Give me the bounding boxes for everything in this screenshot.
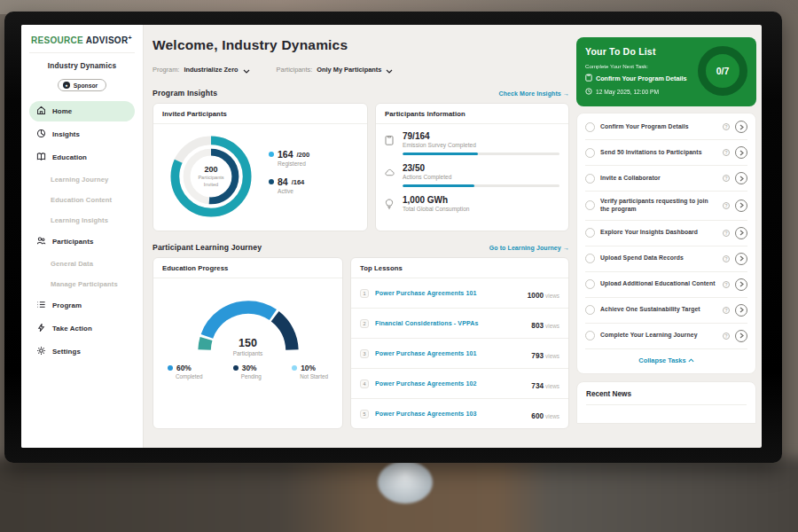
- sidebar-item-label: Insights: [52, 130, 80, 138]
- participants-information-body: 79/164 Emission Survey Completed 23/50 A…: [376, 124, 568, 228]
- education-progress-body: 150 Participants 60% Completed 30%: [153, 278, 342, 390]
- actions-progress-bar: [403, 184, 559, 187]
- lesson-link[interactable]: Power Purchase Agreements 101: [375, 350, 525, 357]
- task-go-button[interactable]: [735, 121, 747, 133]
- stat-consumption: 1,000 GWh Total Global Consumption: [385, 195, 559, 213]
- sidebar-item-general-data[interactable]: General Data: [29, 254, 135, 272]
- sidebar-item-label: Settings: [52, 348, 81, 356]
- task-checkbox[interactable]: [585, 148, 595, 158]
- task-row: Invite a Collaborator ?: [585, 166, 747, 192]
- collapse-tasks-link[interactable]: Collapse Tasks: [585, 349, 747, 372]
- sidebar-item-education-content[interactable]: Education Content: [29, 191, 135, 208]
- task-row: Complete Your Learning Journey ?: [585, 324, 747, 349]
- lesson-row: 4 Power Purchase Agreements 102 734views: [351, 369, 568, 399]
- sidebar-item-take-action[interactable]: Take Action: [29, 318, 135, 339]
- task-go-button[interactable]: [735, 253, 747, 265]
- sidebar-item-label: Home: [52, 107, 72, 115]
- task-row: Send 50 Invitations to Participants ?: [585, 140, 747, 166]
- brand-logo: RESOURCE ADVISOR+: [29, 32, 135, 53]
- section-title: Program Insights: [153, 89, 217, 98]
- recent-news-card: Recent News: [576, 381, 756, 424]
- sidebar-item-home[interactable]: Home: [29, 101, 135, 121]
- lesson-link[interactable]: Power Purchase Agreements 101: [375, 290, 521, 297]
- task-go-button[interactable]: [735, 304, 747, 317]
- legend-registered: 164/200 Registered: [269, 149, 309, 167]
- insights-icon: [36, 129, 46, 140]
- legend-dot: [292, 365, 297, 371]
- task-go-button[interactable]: [735, 227, 747, 239]
- home-icon: [36, 106, 46, 117]
- insights-cards-row: Invited Participants 200 Partic: [153, 103, 569, 231]
- education-legend: 60% Completed 30% Pending 10% Not Starte…: [162, 353, 333, 383]
- invited-donut-chart: 200 Participants Invited: [164, 129, 258, 223]
- lesson-link[interactable]: Power Purchase Agreements 103: [375, 411, 525, 418]
- sidebar-nav: Home Insights Education Learning Journey…: [29, 101, 135, 362]
- program-filter[interactable]: Program: Industrialize Zero: [153, 61, 250, 77]
- legend-dot: [269, 179, 274, 184]
- invited-card-body: 200 Participants Invited 164/200 Registe…: [153, 124, 367, 231]
- task-checkbox[interactable]: [585, 279, 595, 289]
- book-icon: [36, 152, 46, 163]
- info-icon: ?: [723, 307, 730, 314]
- task-row: Upload Spend Data Records ?: [585, 246, 747, 272]
- sidebar-item-learning-insights[interactable]: Learning Insights: [29, 211, 135, 229]
- sidebar-item-label: Education: [52, 153, 87, 161]
- sidebar-item-education[interactable]: Education: [29, 147, 135, 168]
- todo-tasks-card: Confirm Your Program Details ? Send 50 I…: [576, 113, 756, 374]
- emission-progress-bar: [403, 153, 559, 155]
- task-row: Confirm Your Program Details ?: [585, 114, 747, 140]
- legend-pending: 30% Pending: [233, 364, 262, 379]
- check-more-insights-link[interactable]: Check More Insights →: [498, 90, 569, 97]
- go-to-learning-journey-link[interactable]: Go to Learning Journey →: [489, 245, 569, 251]
- sidebar-item-manage-participants[interactable]: Manage Participants: [29, 275, 135, 293]
- sidebar-item-insights[interactable]: Insights: [29, 124, 135, 145]
- lesson-link[interactable]: Power Purchase Agreements 102: [375, 380, 525, 387]
- invited-legend: 164/200 Registered 84/164 Active: [269, 149, 309, 204]
- task-row: Explore Your Insights Dashboard ?: [585, 221, 747, 246]
- lessons-list: 1 Power Purchase Agreements 101 1000view…: [351, 278, 568, 428]
- top-lessons-card: Top Lessons 1 Power Purchase Agreements …: [350, 257, 569, 429]
- stat-emission-survey: 79/164 Emission Survey Completed: [385, 131, 559, 155]
- chevron-down-icon: [386, 61, 393, 77]
- task-checkbox[interactable]: [585, 228, 595, 238]
- take-action-icon: [36, 323, 46, 334]
- task-checkbox[interactable]: [585, 254, 595, 263]
- sidebar-item-settings[interactable]: Settings: [29, 341, 135, 362]
- learning-cards-row: Education Progress 150 Participants: [153, 257, 569, 429]
- main-column: Welcome, Industry Dynamics Program: Indu…: [153, 37, 569, 448]
- rank-badge: 4: [360, 379, 369, 388]
- task-checkbox[interactable]: [585, 305, 595, 315]
- program-filter-label: Program:: [153, 66, 179, 74]
- task-checkbox[interactable]: [585, 174, 595, 184]
- task-go-button[interactable]: [735, 146, 747, 159]
- info-icon: ?: [723, 281, 730, 288]
- sidebar-item-program[interactable]: Program: [29, 295, 135, 316]
- arrow-right-icon: →: [563, 245, 569, 251]
- sponsor-badge-icon: ●: [63, 82, 70, 89]
- arrow-right-icon: →: [563, 90, 569, 97]
- sidebar-item-participants[interactable]: Participants: [29, 231, 135, 252]
- sidebar-item-learning-journey[interactable]: Learning Journey: [29, 170, 135, 188]
- info-icon: ?: [723, 255, 730, 262]
- lightbulb-icon: [385, 195, 395, 213]
- info-icon: ?: [723, 230, 730, 237]
- page-title: Welcome, Industry Dynamics: [153, 37, 569, 53]
- task-row: Upload Additional Educational Content ?: [585, 272, 747, 298]
- sponsor-badge[interactable]: ● Sponsor: [58, 79, 107, 91]
- task-go-button[interactable]: [735, 172, 747, 184]
- task-checkbox[interactable]: [585, 331, 595, 340]
- brand-part1: RESOURCE: [31, 35, 83, 45]
- sidebar-item-label: Program: [52, 301, 82, 309]
- legend-active: 84/164 Active: [269, 176, 309, 194]
- content-area: Welcome, Industry Dynamics Program: Indu…: [144, 25, 762, 448]
- task-go-button[interactable]: [735, 278, 747, 291]
- task-go-button[interactable]: [735, 330, 747, 342]
- program-filter-value: Industrialize Zero: [184, 66, 238, 74]
- task-checkbox[interactable]: [585, 200, 595, 210]
- lesson-row: 3 Power Purchase Agreements 101 793views: [351, 339, 568, 369]
- participants-filter[interactable]: Participants: Only My Participants: [277, 61, 394, 77]
- todo-progress-value: 0/7: [716, 66, 730, 76]
- lesson-link[interactable]: Financial Considerations - VPPAs: [375, 320, 525, 327]
- task-go-button[interactable]: [735, 200, 747, 212]
- task-checkbox[interactable]: [585, 122, 595, 132]
